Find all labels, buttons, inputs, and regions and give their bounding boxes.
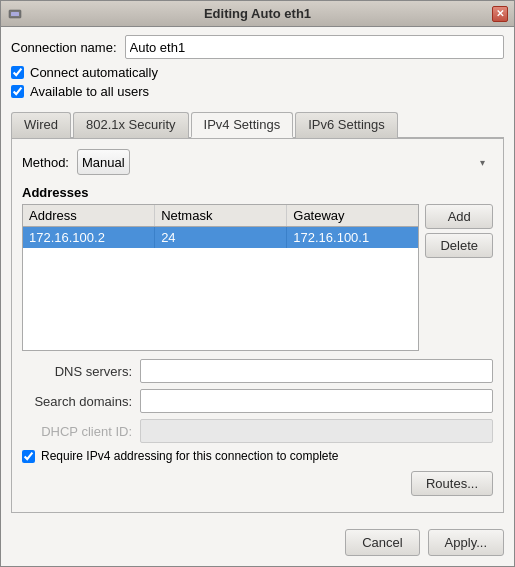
connect-auto-checkbox[interactable]: [11, 66, 24, 79]
connection-name-label: Connection name:: [11, 40, 117, 55]
connection-name-row: Connection name:: [11, 35, 504, 59]
apply-button[interactable]: Apply...: [428, 529, 504, 556]
available-all-row: Available to all users: [11, 84, 504, 99]
search-input[interactable]: [140, 389, 493, 413]
connection-name-input[interactable]: [125, 35, 504, 59]
available-all-checkbox[interactable]: [11, 85, 24, 98]
addresses-section: Addresses Address Netmask Gateway 172.16…: [22, 185, 493, 351]
tab-ipv6[interactable]: IPv6 Settings: [295, 112, 398, 138]
tab-ipv4[interactable]: IPv4 Settings: [191, 112, 294, 138]
method-label: Method:: [22, 155, 69, 170]
header-address: Address: [23, 205, 155, 226]
require-checkbox[interactable]: [22, 450, 35, 463]
cell-netmask: 24: [155, 227, 287, 248]
require-label: Require IPv4 addressing for this connect…: [41, 449, 339, 463]
header-netmask: Netmask: [155, 205, 287, 226]
dhcp-label: DHCP client ID:: [22, 424, 132, 439]
search-label: Search domains:: [22, 394, 132, 409]
require-row: Require IPv4 addressing for this connect…: [22, 449, 493, 463]
dns-input[interactable]: [140, 359, 493, 383]
bottom-buttons: Cancel Apply...: [1, 521, 514, 566]
table-header: Address Netmask Gateway: [23, 205, 418, 227]
routes-row: Routes...: [22, 471, 493, 496]
dns-label: DNS servers:: [22, 364, 132, 379]
tab-content-ipv4: Method: Manual ▾ Addresses Address Netma…: [11, 139, 504, 513]
window-icon: [7, 6, 23, 22]
addresses-table: Address Netmask Gateway 172.16.100.2 24 …: [22, 204, 419, 351]
window-title: Editing Auto eth1: [23, 6, 492, 21]
main-window: Editing Auto eth1 ✕ Connection name: Con…: [0, 0, 515, 567]
delete-button[interactable]: Delete: [425, 233, 493, 258]
header-gateway: Gateway: [287, 205, 418, 226]
table-row[interactable]: 172.16.100.2 24 172.16.100.1: [23, 227, 418, 248]
cell-address: 172.16.100.2: [23, 227, 155, 248]
cancel-button[interactable]: Cancel: [345, 529, 419, 556]
svg-rect-1: [11, 12, 19, 16]
dns-row: DNS servers:: [22, 359, 493, 383]
add-button[interactable]: Add: [425, 204, 493, 229]
method-select-wrapper: Manual ▾: [77, 149, 493, 175]
method-row: Method: Manual ▾: [22, 149, 493, 175]
titlebar: Editing Auto eth1 ✕: [1, 1, 514, 27]
window-content: Connection name: Connect automatically A…: [1, 27, 514, 521]
tab-wired[interactable]: Wired: [11, 112, 71, 138]
addresses-buttons: Add Delete: [425, 204, 493, 351]
method-select[interactable]: Manual: [77, 149, 130, 175]
routes-button[interactable]: Routes...: [411, 471, 493, 496]
addresses-title: Addresses: [22, 185, 493, 200]
addresses-content: Address Netmask Gateway 172.16.100.2 24 …: [22, 204, 493, 351]
tab-802x-security[interactable]: 802.1x Security: [73, 112, 189, 138]
cell-gateway: 172.16.100.1: [287, 227, 418, 248]
close-button[interactable]: ✕: [492, 6, 508, 22]
chevron-down-icon: ▾: [480, 157, 485, 168]
available-all-label: Available to all users: [30, 84, 149, 99]
connect-auto-row: Connect automatically: [11, 65, 504, 80]
tabs-bar: Wired 802.1x Security IPv4 Settings IPv6…: [11, 111, 504, 139]
search-row: Search domains:: [22, 389, 493, 413]
connect-auto-label: Connect automatically: [30, 65, 158, 80]
dhcp-row: DHCP client ID:: [22, 419, 493, 443]
table-body: 172.16.100.2 24 172.16.100.1: [23, 227, 418, 248]
dhcp-input: [140, 419, 493, 443]
